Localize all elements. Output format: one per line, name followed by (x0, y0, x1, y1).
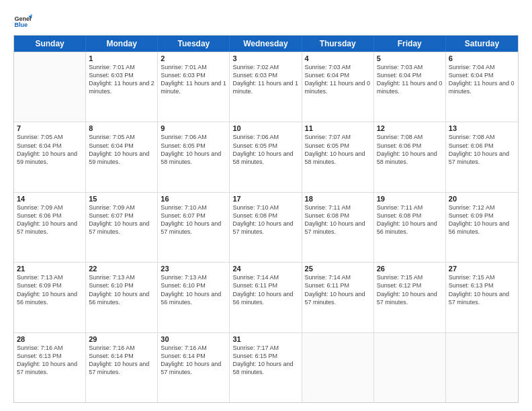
calendar-cell: 31Sunrise: 7:17 AMSunset: 6:15 PMDayligh… (230, 333, 302, 402)
day-number: 30 (161, 335, 226, 343)
day-info: Sunrise: 7:02 AMSunset: 6:03 PMDaylight:… (232, 63, 298, 96)
calendar-cell (14, 52, 86, 122)
day-number: 10 (232, 124, 298, 132)
day-number: 25 (305, 265, 371, 273)
day-number: 27 (449, 265, 515, 273)
day-info: Sunrise: 7:15 AMSunset: 6:12 PMDaylight:… (377, 273, 443, 306)
day-number: 22 (89, 265, 154, 273)
calendar-header-cell: Saturday (446, 36, 518, 52)
day-info: Sunrise: 7:03 AMSunset: 6:04 PMDaylight:… (377, 63, 443, 96)
calendar-cell: 1Sunrise: 7:01 AMSunset: 6:03 PMDaylight… (86, 52, 158, 122)
calendar-cell: 23Sunrise: 7:13 AMSunset: 6:10 PMDayligh… (158, 263, 230, 332)
calendar-row: 28Sunrise: 7:16 AMSunset: 6:13 PMDayligh… (14, 332, 518, 402)
calendar-cell: 5Sunrise: 7:03 AMSunset: 6:04 PMDaylight… (374, 52, 446, 122)
calendar-cell: 4Sunrise: 7:03 AMSunset: 6:04 PMDaylight… (302, 52, 374, 122)
day-info: Sunrise: 7:06 AMSunset: 6:05 PMDaylight:… (161, 133, 226, 166)
calendar-row: 14Sunrise: 7:09 AMSunset: 6:06 PMDayligh… (14, 192, 518, 262)
logo-icon: General Blue (13, 12, 32, 31)
calendar: SundayMondayTuesdayWednesdayThursdayFrid… (13, 35, 519, 403)
day-number: 16 (161, 195, 226, 203)
day-number: 1 (89, 54, 154, 62)
calendar-cell: 12Sunrise: 7:08 AMSunset: 6:06 PMDayligh… (374, 122, 446, 191)
day-number: 28 (17, 335, 83, 343)
calendar-header-cell: Friday (374, 36, 446, 52)
calendar-cell: 7Sunrise: 7:05 AMSunset: 6:04 PMDaylight… (14, 122, 86, 191)
calendar-cell: 14Sunrise: 7:09 AMSunset: 6:06 PMDayligh… (14, 193, 86, 262)
day-info: Sunrise: 7:04 AMSunset: 6:04 PMDaylight:… (449, 63, 515, 96)
day-number: 23 (161, 265, 226, 273)
day-number: 7 (17, 124, 83, 132)
day-number: 8 (89, 124, 154, 132)
day-info: Sunrise: 7:01 AMSunset: 6:03 PMDaylight:… (89, 63, 154, 96)
calendar-cell: 16Sunrise: 7:10 AMSunset: 6:07 PMDayligh… (158, 193, 230, 262)
calendar-cell: 22Sunrise: 7:13 AMSunset: 6:10 PMDayligh… (86, 263, 158, 332)
calendar-cell: 9Sunrise: 7:06 AMSunset: 6:05 PMDaylight… (158, 122, 230, 191)
day-number: 9 (161, 124, 226, 132)
day-number: 12 (377, 124, 443, 132)
calendar-cell: 27Sunrise: 7:15 AMSunset: 6:13 PMDayligh… (446, 263, 518, 332)
day-number: 17 (232, 195, 298, 203)
day-info: Sunrise: 7:12 AMSunset: 6:09 PMDaylight:… (449, 203, 515, 236)
day-number: 15 (89, 195, 154, 203)
day-info: Sunrise: 7:05 AMSunset: 6:04 PMDaylight:… (89, 133, 154, 166)
day-number: 29 (89, 335, 154, 343)
calendar-header-cell: Sunday (14, 36, 86, 52)
day-info: Sunrise: 7:17 AMSunset: 6:15 PMDaylight:… (232, 344, 298, 377)
calendar-row: 7Sunrise: 7:05 AMSunset: 6:04 PMDaylight… (14, 122, 518, 191)
calendar-cell (446, 333, 518, 402)
calendar-cell: 29Sunrise: 7:16 AMSunset: 6:14 PMDayligh… (86, 333, 158, 402)
calendar-cell: 15Sunrise: 7:09 AMSunset: 6:07 PMDayligh… (86, 193, 158, 262)
calendar-cell (302, 333, 374, 402)
calendar-cell: 6Sunrise: 7:04 AMSunset: 6:04 PMDaylight… (446, 52, 518, 122)
day-info: Sunrise: 7:09 AMSunset: 6:07 PMDaylight:… (89, 203, 154, 236)
day-info: Sunrise: 7:10 AMSunset: 6:07 PMDaylight:… (161, 203, 226, 236)
calendar-row: 1Sunrise: 7:01 AMSunset: 6:03 PMDaylight… (14, 52, 518, 122)
calendar-cell (374, 333, 446, 402)
day-info: Sunrise: 7:07 AMSunset: 6:05 PMDaylight:… (305, 133, 371, 166)
calendar-cell: 18Sunrise: 7:11 AMSunset: 6:08 PMDayligh… (302, 193, 374, 262)
day-info: Sunrise: 7:08 AMSunset: 6:06 PMDaylight:… (377, 133, 443, 166)
day-info: Sunrise: 7:13 AMSunset: 6:10 PMDaylight:… (161, 273, 226, 306)
day-info: Sunrise: 7:15 AMSunset: 6:13 PMDaylight:… (449, 273, 515, 306)
calendar-cell: 2Sunrise: 7:01 AMSunset: 6:03 PMDaylight… (158, 52, 230, 122)
day-number: 3 (232, 54, 298, 62)
day-info: Sunrise: 7:06 AMSunset: 6:05 PMDaylight:… (232, 133, 298, 166)
svg-text:Blue: Blue (14, 21, 28, 28)
calendar-cell: 11Sunrise: 7:07 AMSunset: 6:05 PMDayligh… (302, 122, 374, 191)
calendar-cell: 17Sunrise: 7:10 AMSunset: 6:08 PMDayligh… (230, 193, 302, 262)
calendar-cell: 8Sunrise: 7:05 AMSunset: 6:04 PMDaylight… (86, 122, 158, 191)
day-number: 26 (377, 265, 443, 273)
day-number: 31 (232, 335, 298, 343)
day-number: 11 (305, 124, 371, 132)
day-number: 24 (232, 265, 298, 273)
day-info: Sunrise: 7:16 AMSunset: 6:14 PMDaylight:… (161, 344, 226, 377)
day-info: Sunrise: 7:13 AMSunset: 6:09 PMDaylight:… (17, 273, 83, 306)
calendar-header-cell: Tuesday (158, 36, 230, 52)
day-info: Sunrise: 7:03 AMSunset: 6:04 PMDaylight:… (305, 63, 371, 96)
day-number: 2 (161, 54, 226, 62)
calendar-cell: 30Sunrise: 7:16 AMSunset: 6:14 PMDayligh… (158, 333, 230, 402)
day-number: 13 (449, 124, 515, 132)
day-info: Sunrise: 7:11 AMSunset: 6:08 PMDaylight:… (305, 203, 371, 236)
day-number: 20 (449, 195, 515, 203)
calendar-header: SundayMondayTuesdayWednesdayThursdayFrid… (14, 36, 518, 52)
calendar-cell: 24Sunrise: 7:14 AMSunset: 6:11 PMDayligh… (230, 263, 302, 332)
calendar-cell: 13Sunrise: 7:08 AMSunset: 6:06 PMDayligh… (446, 122, 518, 191)
day-number: 14 (17, 195, 83, 203)
day-info: Sunrise: 7:16 AMSunset: 6:13 PMDaylight:… (17, 344, 83, 377)
day-number: 19 (377, 195, 443, 203)
calendar-cell: 19Sunrise: 7:11 AMSunset: 6:08 PMDayligh… (374, 193, 446, 262)
day-info: Sunrise: 7:09 AMSunset: 6:06 PMDaylight:… (17, 203, 83, 236)
calendar-header-cell: Thursday (302, 36, 374, 52)
calendar-cell: 10Sunrise: 7:06 AMSunset: 6:05 PMDayligh… (230, 122, 302, 191)
day-number: 4 (305, 54, 371, 62)
calendar-cell: 21Sunrise: 7:13 AMSunset: 6:09 PMDayligh… (14, 263, 86, 332)
calendar-header-cell: Wednesday (230, 36, 302, 52)
day-info: Sunrise: 7:13 AMSunset: 6:10 PMDaylight:… (89, 273, 154, 306)
calendar-header-cell: Monday (86, 36, 158, 52)
day-info: Sunrise: 7:05 AMSunset: 6:04 PMDaylight:… (17, 133, 83, 166)
calendar-row: 21Sunrise: 7:13 AMSunset: 6:09 PMDayligh… (14, 262, 518, 332)
day-info: Sunrise: 7:14 AMSunset: 6:11 PMDaylight:… (232, 273, 298, 306)
day-info: Sunrise: 7:01 AMSunset: 6:03 PMDaylight:… (161, 63, 226, 96)
day-number: 5 (377, 54, 443, 62)
